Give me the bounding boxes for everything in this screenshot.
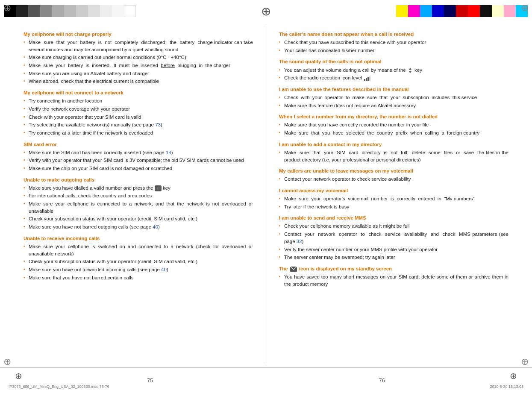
list-item: Check your cellphone memory available as… — [279, 223, 508, 230]
corner-mark-tl: ⊕ — [3, 3, 11, 13]
page-number-right: 76 — [266, 377, 532, 384]
list-item: Check your subscription status with your… — [24, 215, 253, 223]
svg-rect-2 — [364, 79, 365, 81]
crosshair-bottom-left: ⊕ — [15, 371, 22, 381]
list-item: Make sure you are using an Alcatel batte… — [24, 70, 253, 77]
bullet-list-contact: Make sure that your SIM card directory i… — [279, 149, 508, 163]
section-title-incoming: Unable to receive incoming calls — [24, 235, 253, 242]
list-item: Make sure that you have selected the cou… — [279, 129, 508, 137]
list-item: Check with your operator that your SIM c… — [24, 114, 253, 121]
list-item: Check your subscription status with your… — [24, 258, 253, 265]
list-item: Make sure you have not forwarded incomin… — [24, 266, 253, 273]
list-item: Make sure that your battery is not compl… — [24, 39, 253, 53]
bottom-right-info: 2010-6-30 15:13:03 — [490, 384, 523, 389]
bullet-list-sms-icon: You have saved too many short messages o… — [279, 273, 508, 287]
swatch-medgray — [52, 5, 64, 17]
list-item: Make sure your battery is inserted. It m… — [24, 62, 253, 69]
list-item: Contact your network operator to check s… — [279, 231, 508, 245]
bullet-list-voicemail-access: Make sure your operator's voicemail numb… — [279, 195, 508, 210]
top-bar — [0, 0, 532, 22]
bottom-left-info: IP3076_606_UM_MiniQ_Eng_USA_02_100630.in… — [9, 384, 109, 389]
list-item: Check that you have subscribed to this s… — [279, 39, 508, 46]
bullet-list-features: Check with your operator to make sure th… — [279, 94, 508, 109]
list-item: Try later if the network is busy — [279, 203, 508, 211]
swatch-yellow — [396, 5, 408, 17]
swatch-white — [124, 5, 136, 17]
list-item: For international calls, check the count… — [24, 192, 253, 199]
section-title-sms-icon: The icon is displayed on my standby scre… — [279, 265, 508, 272]
section-title-directory: When I select a number from my directory… — [279, 113, 508, 120]
list-item: You can adjust the volume during a call … — [279, 67, 508, 74]
list-item: Try connecting in another location — [24, 97, 253, 105]
swatch-darkgray1 — [16, 5, 28, 17]
bottom-bar: 75 76 — [0, 367, 532, 393]
section-title-voicemail-access: I cannot access my voicemail — [279, 187, 508, 194]
bullet-list-mms: Check your cellphone memory available as… — [279, 223, 508, 261]
list-item: Make sure you have dialled a valid numbe… — [24, 185, 253, 192]
list-item: Check with your operator to make sure th… — [279, 94, 508, 101]
section-title-callername: The caller's name does not appear when a… — [279, 31, 508, 38]
list-item: Make sure you have not barred outgoing c… — [24, 223, 253, 231]
bullet-list-voicemail-leave: Contact your network operator to check s… — [279, 176, 508, 183]
list-item: Your caller has concealed his/her number — [279, 47, 508, 54]
crosshair-bottom-right: ⊕ — [510, 371, 517, 381]
list-item: Check the radio reception icon level — [279, 74, 508, 82]
crosshair-icon — [259, 3, 274, 19]
swatch-red — [468, 5, 480, 17]
bullet-list-network: Try connecting in another location Verif… — [24, 97, 253, 136]
link-page-73: 73 — [155, 122, 161, 127]
volume-key-icon — [407, 67, 413, 73]
swatch-nearwhite — [112, 5, 124, 17]
section-title-mms: I am unable to send and receive MMS — [279, 214, 508, 221]
list-item: The server center may be swamped; try ag… — [279, 254, 508, 261]
list-item: You have saved too many short messages o… — [279, 273, 508, 287]
phone-key-icon: ⌷ — [155, 185, 162, 192]
section-title-contact: I am unable to add a contact in my direc… — [279, 141, 508, 148]
crosshair-top-center — [140, 0, 392, 22]
swatches-right — [392, 0, 532, 22]
swatches-left — [0, 0, 140, 22]
link-page-32: 32 — [297, 239, 302, 244]
list-item: When abroad, check that the electrical c… — [24, 78, 253, 85]
list-item: Make sure that you have not barred certa… — [24, 274, 253, 282]
svg-rect-4 — [367, 77, 369, 81]
swatch-magenta — [408, 5, 420, 17]
list-item: Make sure that your SIM card directory i… — [279, 149, 508, 163]
list-item: Contact your network operator to check s… — [279, 176, 508, 183]
swatch-cyan — [420, 5, 432, 17]
list-item: Try connecting at a later time if the ne… — [24, 129, 253, 137]
page-number-left: 75 — [0, 377, 266, 384]
swatch-gray — [40, 5, 52, 17]
swatch-darkgray2 — [28, 5, 40, 17]
list-item: Verify with your operator that your SIM … — [24, 157, 253, 164]
list-item: Make sure your operator's voicemail numb… — [279, 195, 508, 202]
sms-envelope-icon — [290, 267, 297, 272]
swatch-lightgray1 — [64, 5, 76, 17]
swatch-lightgray3 — [88, 5, 100, 17]
main-content: My cellphone will not charge properly Ma… — [0, 22, 532, 367]
list-item: Make sure charging is carried out under … — [24, 54, 253, 61]
bullet-list-sim: Make sure the SIM card has been correctl… — [24, 149, 253, 172]
bullet-list-charge: Make sure that your battery is not compl… — [24, 39, 253, 85]
swatch-lightgray2 — [76, 5, 88, 17]
swatch-lightyellow — [492, 5, 504, 17]
list-item: Make sure this feature does not require … — [279, 102, 508, 109]
svg-rect-5 — [369, 76, 370, 81]
section-title-soundquality: The sound quality of the calls is not op… — [279, 58, 508, 65]
list-item: Make sure your cellphone is switched on … — [24, 243, 253, 257]
list-item: Make sure your cellphone is connected to… — [24, 200, 253, 214]
swatch-pink — [504, 5, 516, 17]
swatch-nearblack — [480, 5, 492, 17]
swatch-darkblue — [444, 5, 456, 17]
link-page-40b: 40 — [161, 267, 167, 272]
link-page-40a: 40 — [153, 224, 158, 229]
list-item: Make sure the chip on your SIM card is n… — [24, 165, 253, 172]
section-title-voicemail-leave: My callers are unable to leave messages … — [279, 167, 508, 174]
section-title-features: I am unable to use the features describe… — [279, 86, 508, 93]
section-title-sim: SIM card error — [24, 141, 253, 148]
list-item: Make sure the SIM card has been correctl… — [24, 149, 253, 156]
svg-rect-3 — [366, 78, 367, 81]
svg-marker-0 — [409, 68, 411, 70]
link-page-18: 18 — [166, 150, 171, 155]
section-title-charge: My cellphone will not charge properly — [24, 31, 253, 38]
